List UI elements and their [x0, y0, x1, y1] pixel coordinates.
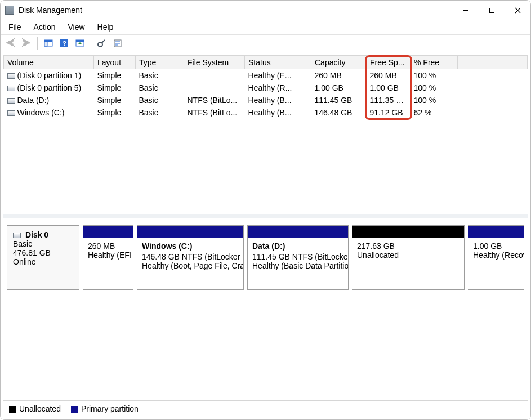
partition-body: Windows (C:)146.48 GB NTFS (BitLocker En…: [137, 238, 243, 289]
col-header[interactable]: % Free: [410, 56, 458, 69]
col-header-spacer: [458, 56, 528, 69]
disk-state: Online: [13, 257, 73, 266]
maximize-button[interactable]: [479, 1, 505, 20]
partition-status: Healthy (Basic Data Partition): [252, 261, 343, 270]
disk-type: Basic: [13, 239, 73, 248]
legend-primary: Primary partition: [71, 404, 139, 413]
legend: Unallocated Primary partition: [3, 400, 528, 417]
drive-icon: [7, 73, 15, 79]
cell: [184, 82, 245, 94]
partition-body: 1.00 GBHealthy (Recovery Partition): [468, 238, 524, 289]
partition-body: Data (D:)111.45 GB NTFS (BitLocker Encry…: [248, 238, 348, 289]
titlebar: Disk Management: [1, 1, 530, 20]
menu-file[interactable]: File: [8, 23, 21, 32]
toolbar: ⮜ ⮞ ?: [1, 34, 530, 52]
table-row[interactable]: (Disk 0 partition 5)SimpleBasicHealthy (…: [4, 82, 528, 94]
refresh-button[interactable]: [95, 37, 109, 50]
show-hide-console-button[interactable]: [42, 37, 55, 50]
cell: 62 %: [410, 106, 458, 119]
settings-icon-button[interactable]: [73, 37, 87, 50]
menu-view[interactable]: View: [68, 23, 84, 32]
disk-row: Disk 0 Basic 476.81 GB Online 260 MBHeal…: [7, 225, 524, 290]
partition-title: Data (D:): [252, 242, 343, 251]
swatch-primary-icon: [71, 406, 78, 413]
cell: Simple: [94, 94, 136, 106]
drive-icon: [7, 110, 15, 116]
partition-status: Healthy (Recovery Partition): [473, 251, 519, 260]
partition-status: Unallocated: [357, 251, 459, 260]
partition-primary[interactable]: Data (D:)111.45 GB NTFS (BitLocker Encry…: [247, 225, 349, 290]
cell: 260 MB: [311, 69, 367, 82]
partition-size: 260 MB: [88, 242, 128, 251]
cell: [184, 69, 245, 82]
cell: 100 %: [410, 69, 458, 82]
disk-header[interactable]: Disk 0 Basic 476.81 GB Online: [7, 225, 79, 290]
table-row[interactable]: Windows (C:)SimpleBasicNTFS (BitLo...Hea…: [4, 106, 528, 119]
col-header[interactable]: Status: [245, 56, 311, 69]
drive-icon: [7, 86, 15, 91]
svg-line-13: [102, 40, 105, 43]
legend-unallocated: Unallocated: [9, 404, 61, 413]
cell: 100 %: [410, 82, 458, 94]
partition-primary[interactable]: 1.00 GBHealthy (Recovery Partition): [468, 225, 524, 290]
cell: Data (D:): [4, 94, 94, 106]
col-header[interactable]: Type: [136, 56, 184, 69]
table-row[interactable]: (Disk 0 partition 1)SimpleBasicHealthy (…: [4, 69, 528, 82]
svg-rect-1: [489, 8, 494, 12]
cell: Healthy (B...: [245, 94, 311, 106]
legend-primary-label: Primary partition: [81, 404, 139, 413]
col-header[interactable]: Capacity: [311, 56, 367, 69]
partition-size: 111.45 GB NTFS (BitLocker Encrypted): [252, 252, 343, 261]
partition-title: Windows (C:): [142, 242, 239, 251]
svg-point-12: [98, 42, 102, 47]
menu-help[interactable]: Help: [97, 23, 114, 32]
partition-bar: [137, 226, 243, 238]
minimize-button[interactable]: [453, 1, 479, 20]
toolbar-separator: [91, 37, 91, 50]
nav-forward-button[interactable]: ⮞: [20, 37, 33, 50]
close-button[interactable]: [505, 1, 530, 20]
nav-back-button[interactable]: ⮜: [4, 37, 17, 50]
partition-body: 217.63 GBUnallocated: [352, 238, 464, 289]
col-header[interactable]: Free Sp...: [367, 56, 410, 69]
partition-primary[interactable]: 260 MBHealthy (EFI System Partition): [83, 225, 133, 290]
properties-button[interactable]: [111, 37, 124, 50]
cell: 260 MB: [367, 69, 410, 82]
partition-bar: [352, 226, 464, 238]
partition-bar: [83, 226, 133, 238]
volume-table[interactable]: VolumeLayoutTypeFile SystemStatusCapacit…: [3, 55, 528, 119]
cell: Healthy (R...: [245, 82, 311, 94]
col-header[interactable]: Layout: [94, 56, 136, 69]
cell: 91.12 GB: [367, 106, 410, 119]
workarea: VolumeLayoutTypeFile SystemStatusCapacit…: [3, 55, 528, 417]
cell: Windows (C:): [4, 106, 94, 119]
partition-primary[interactable]: Windows (C:)146.48 GB NTFS (BitLocker En…: [137, 225, 244, 290]
disk-size: 476.81 GB: [13, 248, 73, 257]
cell: Healthy (B...: [245, 106, 311, 119]
col-header[interactable]: Volume: [4, 56, 94, 69]
cell: Basic: [136, 69, 184, 82]
col-header[interactable]: File System: [184, 56, 245, 69]
cell: 146.48 GB: [311, 106, 367, 119]
legend-unallocated-label: Unallocated: [19, 404, 61, 413]
window-title: Disk Management: [19, 6, 82, 15]
partition-unallocated[interactable]: 217.63 GBUnallocated: [352, 225, 465, 290]
partition-status: Healthy (EFI System Partition): [88, 251, 128, 260]
cell: Basic: [136, 94, 184, 106]
table-row[interactable]: Data (D:)SimpleBasicNTFS (BitLo...Health…: [4, 94, 528, 106]
cell: 1.00 GB: [311, 82, 367, 94]
menu-action[interactable]: Action: [34, 23, 56, 32]
cell: Healthy (E...: [245, 69, 311, 82]
cell: 1.00 GB: [367, 82, 410, 94]
partition-bar: [468, 226, 524, 238]
svg-text:?: ?: [63, 40, 66, 47]
graphical-view-pane: Disk 0 Basic 476.81 GB Online 260 MBHeal…: [3, 218, 528, 400]
cell: NTFS (BitLo...: [184, 106, 245, 119]
help-button[interactable]: ?: [57, 37, 71, 50]
cell: NTFS (BitLo...: [184, 94, 245, 106]
cell: 111.45 GB: [311, 94, 367, 106]
partition-size: 146.48 GB NTFS (BitLocker Encrypted): [142, 252, 239, 261]
volume-list-pane: VolumeLayoutTypeFile SystemStatusCapacit…: [3, 55, 528, 218]
cell: Simple: [94, 69, 136, 82]
disk-mgmt-app-icon: [5, 6, 14, 15]
